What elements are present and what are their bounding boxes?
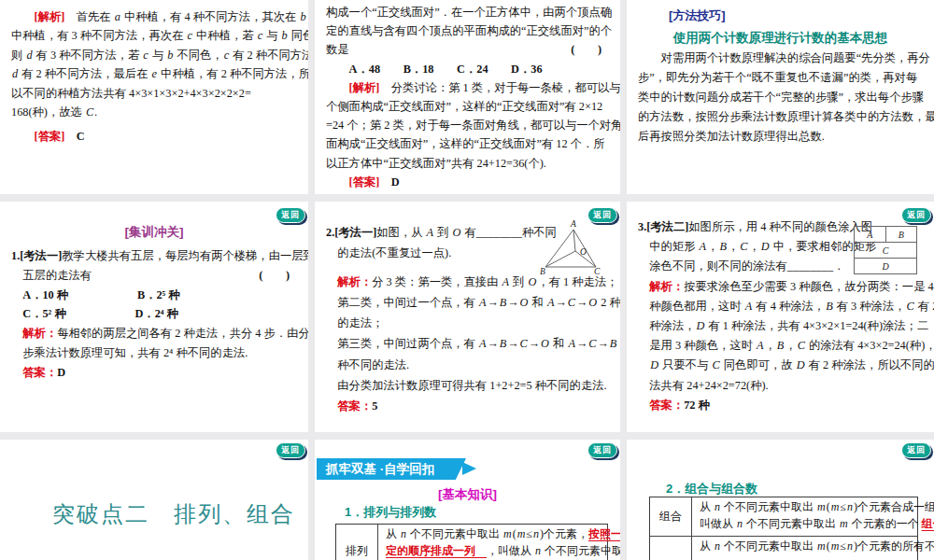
text-line: 第三类，中间过两个点，有 A→B→C→O 和 A→C→B→O 2 [326, 333, 609, 354]
vertex-label-a: A [570, 220, 576, 229]
slide-panel-drill-q3: 返回 A B C D 3.[考法二]如图所示，用 4 种不同的颜色涂入图 中的矩… [627, 202, 934, 432]
text-line: 的方法数，按照分步乘法计数原理计算各类中的方法数，最 [638, 107, 923, 127]
back-button[interactable]: 返回 [276, 207, 305, 223]
permutation-table: 排列 从 n 个不同元素中取出 m(m≤n)个元素，按照一定的顺序排成一列 ，叫… [335, 524, 608, 560]
idea-title: 使用两个计数原理进行计数的基本思想 [627, 30, 934, 47]
text-line: 答案：5 [326, 396, 609, 416]
section-heading: 2．组合与组合数 [666, 481, 757, 497]
back-button[interactable]: 返回 [587, 442, 617, 458]
text-line: 以正方体中“正交线面对”共有 24+12=36(个). [326, 154, 609, 173]
text-line: [解析] 分类讨论：第 1 类，对于每一条棱，都可以与两 [326, 78, 609, 97]
section-heading: 1．排列与排列数 [345, 504, 436, 521]
text-line: 个侧面构成“正交线面对”，这样的“正交线面对”有 2×12 [326, 97, 609, 116]
drill-header: [集训冲关] [0, 224, 308, 241]
text-line: C．5² 种 D．2⁴ 种 [11, 304, 297, 324]
combination-table: 组合 从 n 个不同元素中取出 m(m≤n)个元素合成一组，叫做从 n 个不同元… [649, 497, 918, 560]
text-line: 种颜色都用，这时 A 有 4 种涂法，B 有 3 种涂法，C 有 2 [638, 297, 923, 316]
text-line: 种不同的走法. [326, 355, 609, 375]
text-line: 解析：按要求涂色至少需要 3 种颜色，故分两类：一是 4 [638, 277, 923, 297]
text-line: 步乘法计数原理可知，共有 2⁴ 种不同的走法. [11, 343, 297, 363]
text-line: 构成一个“正交线面对”．在一个正方体中，由两个顶点确 [326, 3, 609, 21]
text-line: 答案：72 种 [638, 396, 923, 415]
text-line: D 只要不与 C 同色即可，故 D 有 2 种涂法，所以不同的涂 [638, 356, 923, 375]
text-line: 数是( ) [326, 40, 609, 59]
slide-panel-basics-combination: 返回 2．组合与组合数 组合 从 n 个不同元素中取出 m(m≤n)个元素合成一… [627, 440, 934, 560]
text-line: A．48 B．18 C．24 D．36 [326, 60, 609, 78]
text-line: 类中的计数问题分成若干个“完整的步骤”，求出每个步骤 [638, 88, 923, 107]
text-line: 则 d 有 3 种不同方法，若 c 与 b 不同色，c 有 2 种不同方法， [11, 46, 297, 64]
slide-panel-cube-problem: 构成一个“正交线面对”．在一个正方体中，由两个顶点确定的直线与含有四个顶点的平面… [315, 0, 620, 194]
method-tips-label: [方法技巧] [627, 7, 726, 24]
banner-arrow-icon [462, 462, 476, 475]
definition-cell: 从 n 个不同元素中取出 m(m≤n)个元素的所有不 [692, 537, 934, 560]
row-header [650, 537, 692, 560]
text-line: 从 n 个不同元素中取出 m(m≤n)个元素的所有不 [700, 539, 934, 555]
definition-cell: 从 n 个不同元素中取出 m(m≤n)个元素，按照一定的顺序排成一列 ，叫做从 … [378, 525, 620, 560]
text-line: 面构成“正交线面对”，这样的“正交线面对”有 12 个．所 [326, 134, 609, 153]
text-line: 的走法； [326, 313, 609, 333]
answer-bracket: ( ) [259, 266, 290, 286]
text-line: 168(种)，故选 C. [11, 103, 297, 121]
slide-panel-basics-permutation: 返回 抓牢双基 ·自学回扣 [基本知识] 1．排列与排列数 排列 从 n 个不同… [315, 440, 620, 560]
text-line: 第二类，中间过一个点，有 A→B→O 和 A→C→O 2 种不同 [326, 292, 609, 313]
text-line: 解析：每相邻的两层之间各有 2 种走法，共分 4 步．由分 [11, 324, 297, 343]
rectangle-grid-diagram: A B C D [854, 226, 917, 274]
body-text: [解析] 首先在 a 中种植，有 4 种不同方法，其次在 b中种植，有 3 种不… [0, 0, 308, 147]
back-button[interactable]: 返回 [276, 442, 305, 458]
slide-panel-drill-q1: 返回 [集训冲关] 1.[考法一]教学大楼共有五层，每层均有两个楼梯，由一层到 … [0, 202, 308, 432]
text-line: 从 n 个不同元素中取出 m(m≤n)个元素，按照一 [386, 526, 620, 543]
text-line: 五层的走法有( ) [11, 266, 297, 286]
slide-panel-method-tips: [方法技巧] 使用两个计数原理进行计数的基本思想 对需用两个计数原理解决的综合问… [627, 0, 934, 194]
back-button[interactable]: 返回 [901, 207, 931, 223]
section-big-title: 突破点二 排列、组合 [52, 499, 295, 529]
text-line: d 有 2 种不同方法，最后在 e 中种植，有 2 种不同方法，所 [11, 64, 297, 83]
text-line: 以不同的种植方法共有 4×3×1×3×2+4×3×2×2×2= [11, 84, 297, 103]
text-line: 定的直线与含有四个顶点的平面构成的“正交线面对”的个 [326, 21, 609, 40]
back-button[interactable]: 返回 [901, 442, 931, 458]
text-line: [答案] C [11, 127, 297, 146]
text-line: 定的顺序排成一列 ，叫做从 n 个不同元素中取 [386, 543, 620, 560]
triangle-diagram: A O B C [540, 220, 601, 276]
grid-cell-d: D [855, 259, 916, 273]
vertex-label-b: B [540, 267, 545, 276]
grid-cell-a: A [855, 227, 885, 242]
definition-cell: 从 n 个不同元素中取出 m(m≤n)个元素合成一组，叫做从 n 个不同元素中取… [692, 497, 934, 536]
text-line: 法共有 24+24×2=72(种). [638, 376, 923, 396]
text-line: =24 个；第 2 类，对于每一条面对角线，都可以与一个对角 [326, 116, 609, 134]
chapter-banner: 抓牢双基 ·自学回扣 [317, 458, 466, 480]
text-line: 从 n 个不同元素中取出 m(m≤n)个元素合成一组， [700, 499, 934, 516]
text-line: 由分类加法计数原理可得共有 1+2+2=5 种不同的走法. [326, 375, 609, 396]
knowledge-header: [基本知识] [315, 486, 620, 503]
text-line: 是用 3 种颜色，这时 A，B，C 的涂法有 4×3×2=24(种)， [638, 336, 923, 356]
text-line: A．10 种 B．2⁵ 种 [11, 286, 297, 305]
text-line: 后再按照分类加法计数原理得出总数. [638, 127, 923, 147]
text-line: 答案：D [11, 363, 297, 383]
text-line: 步”，即先分为若干个“既不重复也不遗漏”的类，再对每 [638, 68, 923, 88]
slide-panel-section-title: 返回 突破点二 排列、组合 [0, 440, 308, 560]
row-header: 排列 [336, 525, 378, 560]
text-line: 对需用两个计数原理解决的综合问题要“先分类，再分 [638, 49, 923, 68]
slide-panel-planting-solution: [解析] 首先在 a 中种植，有 4 种不同方法，其次在 b中种植，有 3 种不… [0, 0, 308, 194]
answer-bracket: ( ) [571, 40, 601, 59]
row-header: 组合 [650, 497, 692, 536]
table-row: 排列 从 n 个不同元素中取出 m(m≤n)个元素，按照一定的顺序排成一列 ，叫… [336, 525, 607, 560]
text-line: 中种植，有 3 种不同方法，再次在 c 中种植，若 c 与 b 同色， [11, 26, 297, 45]
text-line: 叫做从 n 个不同元素中取出 m 个元素的一个 组合 [700, 516, 934, 533]
text-line: 种涂法，D 有 1 种涂法，共有 4×3×2×1=24(种)涂法；二 [638, 316, 923, 336]
vertex-label-c: C [594, 267, 601, 276]
grid-cell-c: C [855, 243, 916, 258]
text-line: 1.[考法一]教学大楼共有五层，每层均有两个楼梯，由一层到 [11, 246, 297, 266]
slide-panel-drill-q2: 返回 A O B C 2.[考法一]如图，从 A 到 O 有________种不… [315, 202, 620, 432]
table-row: 从 n 个不同元素中取出 m(m≤n)个元素的所有不 [650, 536, 917, 560]
text-line: [解析] 首先在 a 中种植，有 4 种不同方法，其次在 b [11, 7, 297, 26]
body-text: 构成一个“正交线面对”．在一个正方体中，由两个顶点确定的直线与含有四个顶点的平面… [315, 0, 620, 191]
vertex-label-o: O [580, 247, 587, 257]
table-row: 组合 从 n 个不同元素中取出 m(m≤n)个元素合成一组，叫做从 n 个不同元… [650, 497, 917, 536]
grid-cell-b: B [885, 227, 917, 242]
text-line: [答案] D [326, 173, 609, 191]
